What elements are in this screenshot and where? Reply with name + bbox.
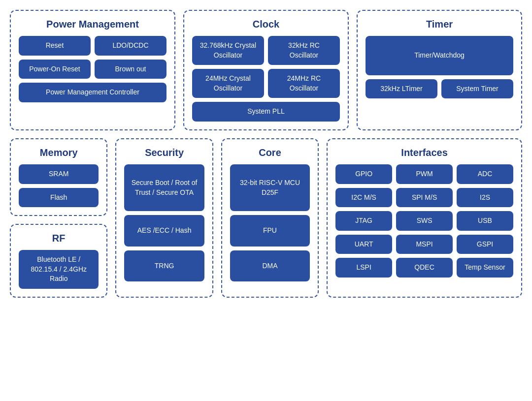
controller-block: Power Management Controller	[19, 83, 166, 102]
bottom-row: Memory SRAM Flash RF Bluetooth LE / 802.…	[10, 138, 522, 298]
rf-grid: Bluetooth LE / 802.15.4 / 2.4GHz Radio	[19, 250, 99, 289]
power-management-section: Power Management Reset LDO/DCDC Power-On…	[10, 10, 175, 130]
core-section: Core 32-bit RISC-V MCU D25F FPU DMA	[221, 138, 319, 298]
clock-title: Clock	[192, 19, 340, 30]
security-title: Security	[124, 147, 204, 158]
system-pll-block: System PLL	[192, 102, 340, 122]
trng-block: TRNG	[124, 250, 204, 282]
core-grid: 32-bit RISC-V MCU D25F FPU DMA	[230, 164, 310, 281]
mspi-block: MSPI	[396, 235, 453, 254]
watchdog-block: Timer/Watchdog	[366, 36, 513, 75]
timer-title: Timer	[366, 19, 513, 30]
gspi-block: GSPI	[457, 235, 513, 254]
main-grid: Power Management Reset LDO/DCDC Power-On…	[10, 10, 522, 298]
secure-boot-block: Secure Boot / Root of Trust / Secure OTA	[124, 164, 204, 211]
clock-section: Clock 32.768kHz Crystal Oscillator 32kHz…	[183, 10, 349, 130]
aes-block: AES /ECC / Hash	[124, 215, 204, 247]
rc24-block: 24MHz RC Oscillator	[268, 69, 340, 98]
interfaces-grid: GPIO PWM ADC I2C M/S SPI M/S I2S JTAG SW…	[335, 164, 513, 278]
top-row: Power Management Reset LDO/DCDC Power-On…	[10, 10, 522, 130]
spi-ms-block: SPI M/S	[396, 188, 453, 208]
power-management-grid: Reset LDO/DCDC Power-On Reset Brown out …	[19, 36, 166, 102]
jtag-block: JTAG	[335, 211, 392, 231]
clock-grid: 32.768kHz Crystal Oscillator 32kHz RC Os…	[192, 36, 340, 122]
gpio-block: GPIO	[335, 164, 392, 184]
security-grid: Secure Boot / Root of Trust / Secure OTA…	[124, 164, 204, 281]
memory-section: Memory SRAM Flash	[10, 138, 107, 216]
timer-section: Timer Timer/Watchdog 32kHz LTimer System…	[357, 10, 522, 130]
bottom-left-col: Memory SRAM Flash RF Bluetooth LE / 802.…	[10, 138, 107, 298]
adc-block: ADC	[457, 164, 513, 184]
flash-block: Flash	[19, 188, 99, 208]
sws-block: SWS	[396, 211, 453, 231]
dma-block: DMA	[230, 250, 310, 282]
memory-grid: SRAM Flash	[19, 164, 99, 207]
uart-block: UART	[335, 235, 392, 254]
timer-grid: Timer/Watchdog 32kHz LTimer System Timer	[366, 36, 513, 98]
i2c-ms-block: I2C M/S	[335, 188, 392, 208]
rc32-block: 32kHz RC Oscillator	[268, 36, 340, 65]
brown-out-block: Brown out	[95, 60, 166, 79]
usb-block: USB	[457, 211, 513, 231]
interfaces-section: Interfaces GPIO PWM ADC I2C M/S SPI M/S …	[327, 138, 522, 298]
crystal24-block: 24MHz Crystal Oscillator	[192, 69, 264, 98]
interfaces-title: Interfaces	[335, 147, 513, 158]
i2s-block: I2S	[457, 188, 513, 208]
ltimer-block: 32kHz LTimer	[366, 79, 437, 99]
pwm-block: PWM	[396, 164, 453, 184]
sram-block: SRAM	[19, 164, 99, 184]
fpu-block: FPU	[230, 215, 310, 247]
timer-sub-grid: 32kHz LTimer System Timer	[366, 79, 513, 99]
qdec-block: QDEC	[396, 258, 453, 278]
lspi-block: LSPI	[335, 258, 392, 278]
bluetooth-block: Bluetooth LE / 802.15.4 / 2.4GHz Radio	[19, 250, 99, 289]
power-on-reset-block: Power-On Reset	[19, 60, 91, 79]
system-timer-block: System Timer	[441, 79, 513, 99]
core-title: Core	[230, 147, 310, 158]
riscv-block: 32-bit RISC-V MCU D25F	[230, 164, 310, 211]
temp-sensor-block: Temp Sensor	[457, 258, 513, 278]
power-management-title: Power Management	[19, 19, 166, 30]
security-section: Security Secure Boot / Root of Trust / S…	[115, 138, 213, 298]
crystal32-block: 32.768kHz Crystal Oscillator	[192, 36, 264, 65]
rf-section: RF Bluetooth LE / 802.15.4 / 2.4GHz Radi…	[10, 224, 107, 298]
reset-block: Reset	[19, 36, 91, 56]
memory-title: Memory	[19, 147, 99, 158]
rf-title: RF	[19, 233, 99, 244]
ldo-dcdc-block: LDO/DCDC	[95, 36, 166, 56]
